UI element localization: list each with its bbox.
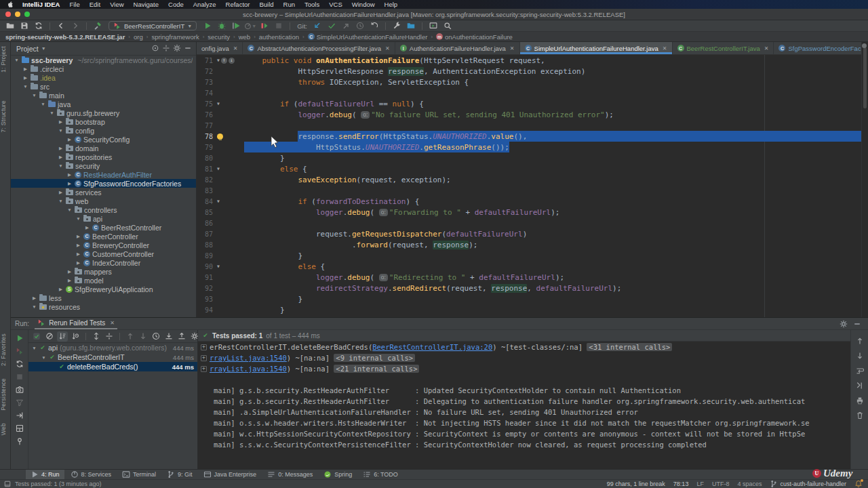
menu-item-refactor[interactable]: Refactor: [226, 1, 250, 8]
gear-icon[interactable]: [840, 320, 848, 328]
collapsed-arrow-icon[interactable]: ▶: [58, 146, 64, 151]
apple-menu-icon[interactable]: [7, 1, 14, 8]
project-tree-item-repositories[interactable]: ▶repositories: [11, 152, 196, 161]
project-tree-item-sfgbreweryuiapplication[interactable]: ▶SSfgBreweryUiApplication: [11, 285, 196, 293]
preview-button[interactable]: [427, 21, 439, 31]
status-segment-4-spaces[interactable]: 4 spaces: [737, 481, 762, 487]
status-segment-99-chars-1-line-break[interactable]: 99 chars, 1 line break: [607, 481, 665, 487]
breadcrumb-item[interactable]: org: [134, 33, 143, 41]
wrench-button[interactable]: [391, 21, 403, 31]
expanded-arrow-icon[interactable]: ▼: [66, 207, 73, 212]
tool-window-button-7-structure[interactable]: 7: Structure: [0, 100, 11, 133]
clear-button[interactable]: [854, 410, 866, 420]
tool-window-button-4-run[interactable]: 4: Run: [26, 470, 64, 479]
sync-button[interactable]: [33, 21, 45, 31]
project-panel-title[interactable]: Project: [16, 45, 39, 53]
menu-item-run[interactable]: Run: [283, 1, 295, 8]
fold-arrow-icon[interactable]: ▼: [217, 264, 220, 269]
navigate-to-button[interactable]: [14, 411, 25, 420]
collapsed-arrow-icon[interactable]: ▶: [58, 287, 64, 292]
expanded-arrow-icon[interactable]: ▼: [40, 102, 46, 106]
test-tree-item-deletebeerbadcreds-[interactable]: ✔deleteBeerBadCreds()444 ms: [28, 362, 197, 371]
expanded-arrow-icon[interactable]: ▼: [31, 93, 37, 98]
nav-forward-button[interactable]: [69, 21, 81, 31]
collapse-all-button[interactable]: [104, 331, 115, 342]
inspections-widget-icon[interactable]: [862, 43, 867, 48]
collapsed-arrow-icon[interactable]: ▶: [58, 155, 64, 160]
stack-trace-link[interactable]: rrayList.java:1540: [210, 354, 287, 362]
tool-window-button-persistence[interactable]: Persistence: [0, 378, 11, 411]
tool-window-button-2-favorites[interactable]: 2: Favorites: [0, 333, 11, 366]
close-icon[interactable]: ✕: [764, 45, 769, 52]
project-tree-item-bootstrap[interactable]: ▶bootstrap: [11, 117, 196, 126]
toggle-auto-test-button[interactable]: [14, 359, 25, 368]
tool-window-button-web[interactable]: Web: [0, 423, 11, 435]
intention-bulb-icon[interactable]: [217, 134, 223, 140]
expanded-arrow-icon[interactable]: ▼: [58, 128, 64, 133]
tool-window-button-6-todo[interactable]: 6: TODO: [358, 470, 403, 479]
run-tab-rerun-failed-tests[interactable]: Rerun Failed Tests ✕: [35, 318, 117, 329]
menu-item-help[interactable]: Help: [384, 1, 398, 8]
soft-wrap-button[interactable]: [854, 365, 866, 375]
arrow-down-button[interactable]: [854, 350, 866, 361]
collapsed-arrow-icon[interactable]: ▶: [31, 296, 37, 301]
project-tree-item-customercontroller[interactable]: ▶CCustomerController: [11, 249, 196, 258]
collapsed-arrow-icon[interactable]: ▶: [66, 181, 73, 186]
breadcrumb-item[interactable]: spring-security-web-5.3.2.RELEASE.jar: [5, 33, 125, 41]
diff-folder-button[interactable]: [405, 21, 417, 31]
stop-button[interactable]: [14, 372, 25, 381]
editor-tab-authenticationfailurehandler-java[interactable]: IAuthenticationFailureHandler.java✕: [395, 42, 520, 54]
menu-item-edit[interactable]: Edit: [90, 1, 100, 8]
project-tree-item-beercontroller[interactable]: ▶CBeerController: [11, 232, 196, 241]
save-all-button[interactable]: [18, 21, 31, 31]
minimize-icon[interactable]: [182, 43, 193, 53]
scroll-to-end-button[interactable]: [854, 380, 866, 390]
arrow-up-button[interactable]: [854, 336, 866, 346]
breadcrumb-item[interactable]: authentication: [259, 33, 299, 41]
tool-window-switcher-icon[interactable]: [4, 481, 11, 487]
minimize-icon[interactable]: [853, 320, 861, 328]
tool-window-button-1-project[interactable]: 1: Project: [0, 46, 11, 73]
fold-arrow-icon[interactable]: ▼: [217, 166, 220, 171]
fold-arrow-icon[interactable]: ▼: [217, 199, 220, 204]
breadcrumb-item[interactable]: CSimpleUrlAuthenticationFailureHandler: [308, 33, 428, 41]
project-tree-item-restheaderauthfilter[interactable]: ▶CRestHeaderAuthFilter: [11, 170, 196, 179]
stack-trace-link[interactable]: BeerRestControllerIT.java:20: [372, 343, 492, 351]
project-tree-item-securityconfig[interactable]: ▶CSecurityConfig: [11, 135, 196, 144]
collapsed-arrow-icon[interactable]: ▶: [66, 172, 73, 178]
collapsed-arrow-icon[interactable]: ▶: [75, 234, 81, 239]
breadcrumb-item[interactable]: monAuthenticationFailure: [436, 33, 513, 41]
status-segment-utf-8[interactable]: UTF-8: [712, 481, 730, 487]
project-tree-item-services[interactable]: ▶services: [11, 188, 196, 197]
search-everywhere-button[interactable]: [441, 21, 454, 31]
close-icon[interactable]: ✕: [510, 45, 515, 52]
print-button[interactable]: [854, 395, 866, 405]
project-tree-item--idea[interactable]: ▶.idea: [11, 73, 196, 82]
editor-tab-simpleurlauthenticationfailurehandler-java[interactable]: CSimpleUrlAuthenticationFailureHandler.j…: [520, 42, 673, 54]
expanded-arrow-icon[interactable]: ▼: [75, 216, 81, 221]
tool-window-button-0-messages[interactable]: 0: Messages: [262, 470, 317, 479]
tool-window-button-8-services[interactable]: 8: Services: [66, 470, 117, 479]
expanded-arrow-icon[interactable]: ▼: [58, 163, 64, 168]
expanded-arrow-icon[interactable]: ▼: [22, 84, 28, 89]
project-tree-item-model[interactable]: ▶model: [11, 276, 196, 285]
git-history-button[interactable]: [354, 21, 366, 31]
collapsed-arrow-icon[interactable]: ▶: [66, 137, 73, 142]
status-message[interactable]: Tests passed: 1 (3 minutes ago): [15, 481, 102, 487]
project-tree-item-resources[interactable]: ▼resources: [11, 302, 196, 311]
locate-icon[interactable]: [150, 43, 161, 53]
close-icon[interactable]: ✕: [110, 320, 115, 326]
project-tree-item-src[interactable]: ▼src: [11, 82, 196, 91]
menu-item-code[interactable]: Code: [168, 1, 184, 8]
debug-button[interactable]: [216, 21, 228, 31]
project-tree-item-config[interactable]: ▼config: [11, 126, 196, 135]
breadcrumb-item[interactable]: springframework: [151, 33, 199, 41]
project-tree-item-main[interactable]: ▼main: [11, 91, 196, 100]
project-tree-item-brewerycontroller[interactable]: ▶CBreweryController: [11, 241, 196, 249]
rerun-failed-button[interactable]: [14, 346, 25, 355]
implements-method-icon[interactable]: ↑: [221, 58, 227, 64]
next-occurrence-button[interactable]: [138, 331, 149, 342]
menu-item-window[interactable]: Window: [352, 1, 375, 8]
project-tree-item-less[interactable]: ▶less: [11, 293, 196, 302]
collapsed-arrow-icon[interactable]: ▶: [75, 243, 81, 248]
